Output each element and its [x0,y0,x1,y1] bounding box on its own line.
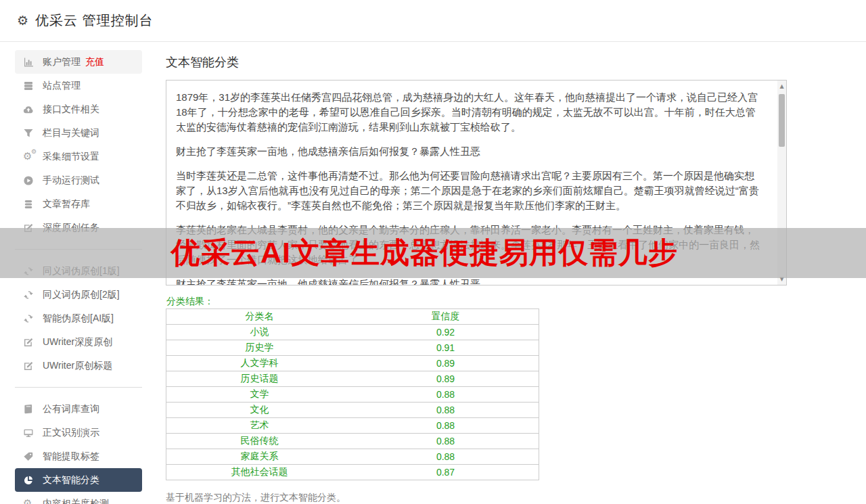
play-circle-icon [23,175,34,186]
sidebar-item-text-classification[interactable]: 文本智能分类 [15,468,142,492]
paragraph: 财主抢了李莲英家一亩地，他成慈禧亲信后如何报复？暴露人性丑恶 [176,144,762,159]
sidebar-item-label: 智能伪原创[AI版] [43,313,114,325]
table-row: 其他社会话题0.87 [166,465,539,480]
sidebar-item-article-storage[interactable]: 文章暂存库 [15,192,142,216]
refresh-icon [23,290,34,300]
table-row: 历史话题0.89 [166,371,539,387]
app-title: 优采云 管理控制台 [35,12,154,30]
table-header-row: 分类名 置信度 [166,309,539,325]
sidebar-item-synonym-v1[interactable]: 同义词伪原创[1版] [15,259,142,283]
sidebar-item-interface-files[interactable]: 接口文件相关 [15,97,142,121]
scroll-up-arrow-icon[interactable]: ▲ [777,82,786,91]
classification-results-table: 分类名 置信度 小说0.92 历史学0.91 人文学科0.89 历史话题0.89… [166,308,539,480]
table-row: 历史学0.91 [166,340,539,356]
settings-gear-icon: ⚙ [17,14,28,27]
page-title: 文本智能分类 [166,54,239,70]
sidebar-item-label: 采集细节设置 [43,151,99,163]
sidebar-item-public-lexicon[interactable]: 公有词库查询 [15,397,142,421]
pie-chart-icon [23,475,34,486]
edit-square-icon [23,223,34,233]
sidebar-item-sites[interactable]: 站点管理 [15,74,142,97]
sidebar-item-label: 手动运行测试 [43,175,99,187]
sidebar-item-label: 同义词伪原创[2版] [43,289,120,301]
table-row: 人文学科0.89 [166,356,539,371]
sidebar-item-smart-tags[interactable]: 智能提取标签 [15,444,142,468]
refresh-icon [23,266,34,277]
edit-square-icon [23,361,34,371]
sidebar-item-label: 账户管理 [43,56,81,68]
sidebar-item-label: 文章暂存库 [43,198,90,210]
sidebar-item-label: 站点管理 [43,80,81,92]
sidebar-item-label: 深度原创任务 [43,222,99,234]
scrollbar-thumb[interactable] [779,94,785,147]
cloud-upload-icon [23,104,34,115]
paragraph: 1879年，31岁的李莲英出任储秀宫四品花翎总管，成为慈禧身边的大红人。这年春天… [176,90,762,135]
server-icon [23,81,34,91]
table-row: 文学0.88 [166,387,539,403]
sidebar-item-label: 正文识别演示 [43,427,99,439]
results-label: 分类结果： [166,296,214,308]
sidebar-item-collection-settings[interactable]: ⚙⚙ 采集细节设置 [15,145,142,168]
table-row: 文化0.88 [166,403,539,418]
sidebar-item-label: UWriter原创标题 [43,360,112,372]
sidebar-item-ai-pseudo-original[interactable]: 智能伪原创[AI版] [15,306,142,330]
database-icon [23,199,34,210]
textarea-scrollbar[interactable]: ▲ ▼ [777,81,786,285]
sidebar-item-deep-original-task[interactable]: 深度原创任务 [15,216,142,239]
sidebar-item-manual-run[interactable]: 手动运行测试 [15,168,142,192]
table-row: 艺术0.88 [166,418,539,434]
column-header-confidence: 置信度 [352,309,539,325]
sidebar-item-synonym-v2[interactable]: 同义词伪原创[2版] [15,283,142,306]
sidebar-item-uwriter-deep[interactable]: UWriter深度原创 [15,330,142,354]
footer-note: 基于机器学习的方法，进行文本智能分类。 [166,492,346,504]
book-icon [23,404,34,415]
monitor-icon [23,428,34,438]
sidebar-item-label: UWriter深度原创 [43,336,112,348]
sidebar-item-label: 接口文件相关 [43,104,99,116]
recharge-link[interactable]: 充值 [85,56,104,68]
scroll-down-arrow-icon[interactable]: ▼ [777,275,786,283]
table-row: 民俗传统0.88 [166,434,539,449]
sidebar-item-columns-keywords[interactable]: 栏目与关键词 [15,121,142,145]
gear-icon: ⚙ [23,499,34,504]
sidebar-item-label: 公有词库查询 [43,403,99,415]
paragraph: 当时李莲英还是二总管，这件事他再清楚不过。那么他为何还要冒险向慈禧请求出宫呢？主… [176,168,762,213]
sidebar-divider [15,387,142,388]
sidebar: 账户管理 充值 站点管理 接口文件相关 栏目与关键词 ⚙⚙ 采集细节设置 手动运… [15,50,142,504]
paragraph: 李莲英的老家在大城县李贾村，他的父亲是个勤劳本分的庄稼人，靠种田养活一家老小。李… [176,223,762,267]
paragraph: 财主抢了李莲英家一亩地，他成慈禧亲信后如何报复？暴露人性丑恶 [176,277,762,285]
sidebar-item-label: 内容相关度检测 [43,498,109,504]
top-bar: ⚙ 优采云 管理控制台 [0,0,866,42]
article-text-input[interactable]: 1879年，31岁的李莲英出任储秀宫四品花翎总管，成为慈禧身边的大红人。这年春天… [166,80,787,285]
sidebar-item-label: 栏目与关键词 [43,127,99,139]
column-header-category: 分类名 [166,309,353,325]
refresh-icon [23,313,34,324]
sidebar-item-content-relevance[interactable]: ⚙ 内容相关度检测 [15,492,142,504]
table-row: 家庭关系0.88 [166,449,539,465]
sidebar-item-account[interactable]: 账户管理 充值 [15,50,142,74]
gears-icon: ⚙⚙ [23,152,34,162]
sidebar-divider [15,249,142,250]
edit-square-icon [23,337,34,348]
sidebar-item-label: 智能提取标签 [43,451,99,463]
bar-chart-icon [23,57,34,68]
sidebar-item-uwriter-title[interactable]: UWriter原创标题 [15,354,142,377]
table-row: 小说0.92 [166,325,539,340]
tag-icon [23,451,34,462]
sidebar-item-label: 同义词伪原创[1版] [43,265,120,277]
sidebar-item-body-recognition[interactable]: 正文识别演示 [15,421,142,444]
funnel-icon [23,128,34,139]
sidebar-item-label: 文本智能分类 [43,474,99,486]
